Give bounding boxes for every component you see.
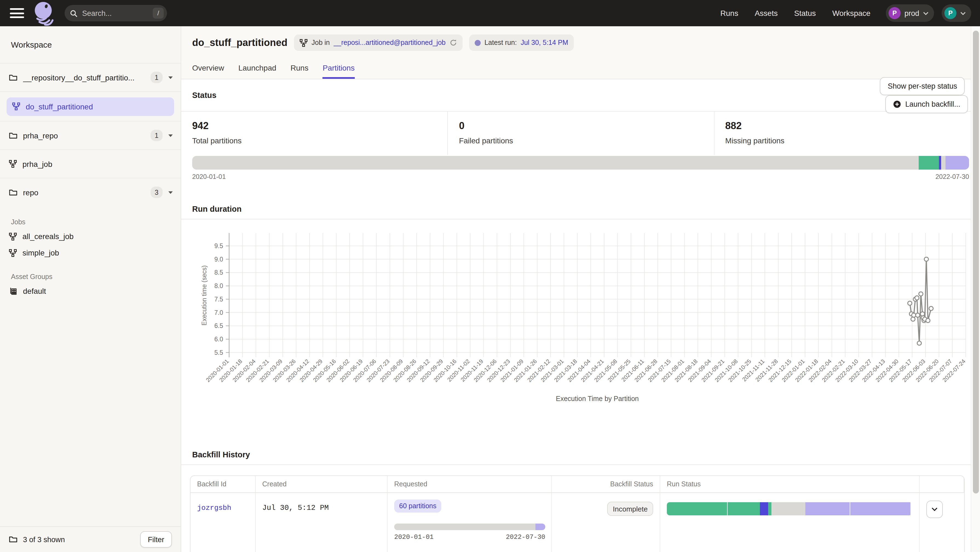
sidebar-item-repo[interactable]: repo3 xyxy=(0,178,181,206)
status-section-header: Status Show per-step statusLaunch backfi… xyxy=(181,79,980,111)
repo-count-badge: 1 xyxy=(151,130,162,141)
sidebar-item-selected[interactable]: do_stuff_partitioned xyxy=(6,97,174,116)
partition-bar[interactable] xyxy=(192,156,969,170)
reload-icon[interactable] xyxy=(450,39,457,46)
chevron-down-icon xyxy=(931,507,938,512)
nav-links: RunsAssetsStatusWorkspace xyxy=(721,9,870,17)
requested-range-start: 2020-01-01 xyxy=(394,533,434,541)
sidebar-section-label: Jobs xyxy=(0,218,181,226)
run-duration-section: Run duration xyxy=(181,199,980,219)
asset-group-icon xyxy=(9,287,18,295)
sidebar-section: Asset Groupsdefault xyxy=(0,261,181,299)
page-scrollbar[interactable] xyxy=(971,26,980,552)
latest-run-label: Latest run: xyxy=(485,39,517,46)
run-duration-chart[interactable]: 5.56.06.57.07.58.08.59.09.52020-01-01202… xyxy=(181,219,971,408)
stat-value: 0 xyxy=(459,121,714,132)
sidebar-item-all_cereals_job[interactable]: all_cereals_job xyxy=(0,228,181,244)
folder-icon xyxy=(9,188,18,197)
svg-text:6.5: 6.5 xyxy=(214,322,223,329)
status-heading: Status xyxy=(192,91,216,100)
user-menu[interactable]: P xyxy=(942,5,971,22)
backfill-id-link[interactable]: jozrgsbh xyxy=(197,504,248,512)
bar-segment-green xyxy=(919,156,939,170)
workspace-sidebar: Workspace __repository__do_stuff_partiti… xyxy=(0,26,181,552)
sidebar-section: Jobsall_cereals_jobsimple_job xyxy=(0,206,181,261)
launch-backfill-button[interactable]: Launch backfill... xyxy=(886,95,968,113)
show-per-step-status-button[interactable]: Show per-step status xyxy=(880,77,965,95)
latest-run-time[interactable]: Jul 30, 5:14 PM xyxy=(521,39,568,46)
partition-range-end: 2022-07-30 xyxy=(935,173,969,181)
nav-link-status[interactable]: Status xyxy=(794,9,816,17)
nav-link-runs[interactable]: Runs xyxy=(721,9,738,17)
bar-segment-green xyxy=(667,502,728,516)
partition-status-bar: 2020-01-01 2022-07-30 xyxy=(192,156,969,181)
svg-text:9.0: 9.0 xyxy=(214,256,223,263)
scrollbar-thumb[interactable] xyxy=(973,31,979,493)
bar-segment-gray xyxy=(394,523,536,530)
deployment-switcher[interactable]: P prod xyxy=(886,5,934,22)
tab-bar: OverviewLaunchpadRunsPartitions xyxy=(192,63,969,79)
stat-total-partitions: 942Total partitions xyxy=(181,112,447,155)
page-header: do_stuff_partitioned Job in __reposi...a… xyxy=(181,26,980,79)
latest-run-badge: Latest run: Jul 30, 5:14 PM xyxy=(469,35,574,51)
svg-text:7.5: 7.5 xyxy=(214,296,223,303)
caret-down-icon xyxy=(168,134,173,137)
svg-text:Execution time (secs): Execution time (secs) xyxy=(200,265,208,325)
bar-segment-lavender xyxy=(805,502,850,516)
search-shortcut-key: / xyxy=(153,8,164,19)
stat-label: Failed partitions xyxy=(459,136,714,145)
table-row-cell-run-status xyxy=(660,493,920,552)
svg-text:8.0: 8.0 xyxy=(214,282,223,289)
sidebar-item-prha_job[interactable]: prha_job xyxy=(0,149,181,178)
svg-text:9.5: 9.5 xyxy=(214,242,223,249)
sidebar-title: Workspace xyxy=(0,26,181,63)
dagster-logo-icon[interactable] xyxy=(33,0,56,26)
run-status-bar[interactable] xyxy=(667,502,912,516)
sidebar-item-default[interactable]: default xyxy=(0,283,181,299)
table-row-cell-requested: 60 partitions 2020-01-01 2022-07-30 xyxy=(388,493,552,552)
col-header-actions xyxy=(920,476,964,493)
sidebar-item-label: __repository__do_stuff_partitio... xyxy=(23,73,145,82)
folder-icon xyxy=(9,73,18,82)
table-row-cell-actions xyxy=(920,493,964,552)
sidebar-item-label: prha_job xyxy=(22,159,173,168)
partition-stats: 942Total partitions0Failed partitions882… xyxy=(181,111,980,155)
bar-segment-green xyxy=(728,502,760,516)
backfill-created: Jul 30, 5:12 PM xyxy=(262,504,380,512)
sidebar-item-label: repo xyxy=(23,188,145,197)
sidebar-footer: 3 of 3 shown Filter xyxy=(0,526,181,552)
nav-link-assets[interactable]: Assets xyxy=(755,9,778,17)
nav-link-workspace[interactable]: Workspace xyxy=(832,9,870,17)
tab-launchpad[interactable]: Launchpad xyxy=(239,63,277,79)
search-input[interactable]: Search... / xyxy=(65,5,167,21)
tab-overview[interactable]: Overview xyxy=(192,63,224,79)
menu-icon[interactable] xyxy=(10,8,24,18)
tab-runs[interactable]: Runs xyxy=(290,63,308,79)
bar-segment-lavender xyxy=(850,502,910,516)
bar-segment-lavender xyxy=(946,156,969,170)
job-origin-link[interactable]: __reposi...artitioned@partitioned_job xyxy=(334,39,445,46)
sidebar-item-label: simple_job xyxy=(22,248,59,257)
sidebar-item-__repository__do_stuff_partitio[interactable]: __repository__do_stuff_partitio...1 xyxy=(0,63,181,91)
col-header-created: Created xyxy=(256,476,388,493)
repo-list: __repository__do_stuff_partitio...1do_st… xyxy=(0,63,181,206)
tab-partitions[interactable]: Partitions xyxy=(323,63,355,79)
requested-partitions-badge[interactable]: 60 partitions xyxy=(394,500,441,512)
job-icon xyxy=(9,160,17,168)
job-icon xyxy=(299,38,308,47)
folder-icon xyxy=(9,131,18,140)
filter-button[interactable]: Filter xyxy=(140,531,172,547)
svg-text:6.0: 6.0 xyxy=(214,336,223,343)
stat-value: 942 xyxy=(192,121,447,132)
bar-segment-gray xyxy=(192,156,919,170)
plus-circle-icon xyxy=(893,100,901,108)
app-root: Search... / RunsAssetsStatusWorkspace P … xyxy=(0,0,980,552)
table-row-cell-id: jozrgsbh xyxy=(191,493,256,552)
sidebar-item-prha_repo[interactable]: prha_repo1 xyxy=(0,121,181,149)
sidebar-item-simple_job[interactable]: simple_job xyxy=(0,244,181,261)
requested-partition-bar xyxy=(394,523,545,530)
repo-count-badge: 1 xyxy=(151,72,162,83)
col-header-backfill-status: Backfill Status xyxy=(552,476,660,493)
expand-row-button[interactable] xyxy=(926,501,943,518)
sidebar-item-do_stuff_partitioned: do_stuff_partitioned xyxy=(0,91,181,121)
